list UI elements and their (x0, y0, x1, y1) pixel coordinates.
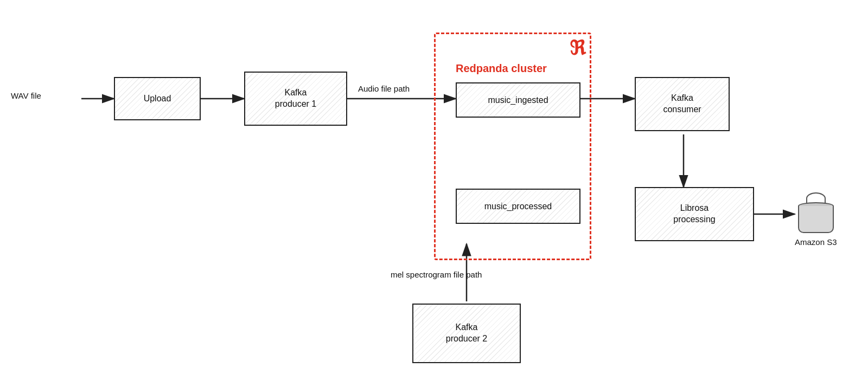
librosa-processing-label: Librosa processing (636, 203, 753, 225)
architecture-diagram: WAV file Upload Kafka producer 1 Audio f… (0, 0, 868, 374)
music-processed-box: music_processed (456, 189, 580, 224)
kafka-producer-1-box: Kafka producer 1 (244, 72, 347, 126)
bucket-body (798, 206, 834, 233)
kafka-producer-2-label: Kafka producer 2 (413, 322, 520, 345)
kafka-producer-2-box: Kafka producer 2 (412, 304, 521, 363)
redpanda-logo: ℜ (570, 37, 585, 60)
amazon-s3-label: Amazon S3 (795, 237, 837, 247)
upload-box: Upload (114, 77, 201, 120)
kafka-consumer-box: Kafka consumer (635, 77, 730, 131)
librosa-processing-box: Librosa processing (635, 187, 754, 241)
mel-spectrogram-label: mel spectrogram file path (391, 270, 482, 279)
audio-file-path-label: Audio file path (358, 84, 410, 93)
music-ingested-label: music_ingested (457, 94, 579, 106)
wav-file-label: WAV file (11, 91, 41, 100)
music-ingested-box: music_ingested (456, 82, 580, 118)
upload-label: Upload (115, 93, 200, 105)
kafka-consumer-label: Kafka consumer (636, 93, 729, 115)
music-processed-label: music_processed (457, 201, 579, 212)
kafka-producer-1-label: Kafka producer 1 (245, 87, 346, 110)
redpanda-cluster-title: Redpanda cluster (456, 62, 547, 75)
amazon-s3-bucket: Amazon S3 (795, 192, 837, 247)
